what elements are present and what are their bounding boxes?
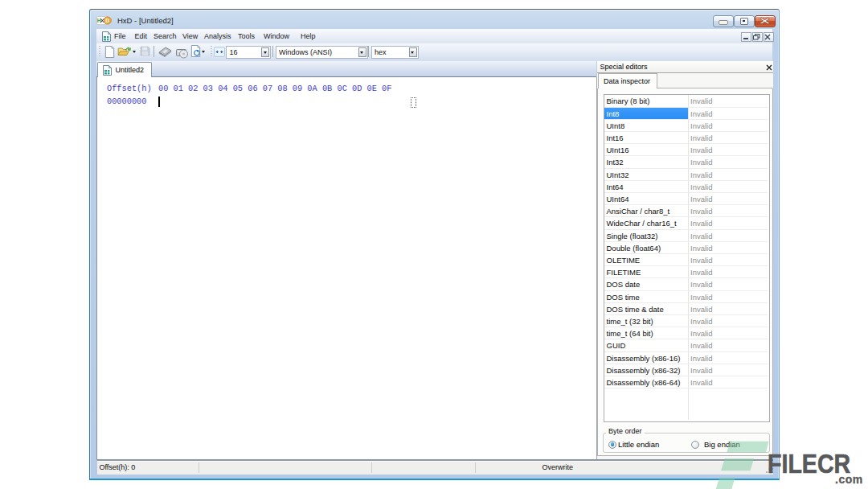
svg-text:D: D	[105, 18, 109, 23]
